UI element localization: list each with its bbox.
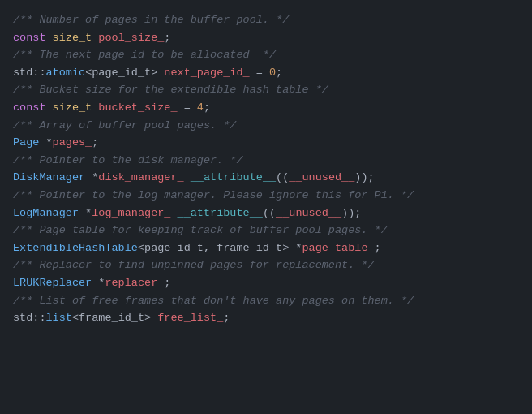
code-line: /** Bucket size for the extendible hash … xyxy=(13,81,519,99)
code-editor: /** Number of pages in the buffer pool. … xyxy=(0,0,532,414)
code-line: std::list<frame_id_t> free_list_; xyxy=(13,309,519,327)
code-line: /** Pointer to the disk manager. */ xyxy=(13,152,519,170)
code-line: Page *pages_; xyxy=(13,134,519,152)
code-line: const size_t pool_size_; xyxy=(13,29,519,47)
code-line: /** The next page id to be allocated */ xyxy=(13,46,519,64)
code-line: /** Array of buffer pool pages. */ xyxy=(13,117,519,135)
code-line: /** List of free frames that don't have … xyxy=(13,292,519,310)
code-line: const size_t bucket_size_ = 4; xyxy=(13,99,519,117)
code-line: LRUKReplacer *replacer_; xyxy=(13,274,519,292)
code-line: /** Replacer to find unpinned pages for … xyxy=(13,257,519,274)
code-line: /** Page table for keeping track of buff… xyxy=(13,222,519,239)
code-line: /** Pointer to the log manager. Please i… xyxy=(13,187,519,205)
code-line: DiskManager *disk_manager_ __attribute__… xyxy=(13,169,519,187)
code-line: LogManager *log_manager_ __attribute__((… xyxy=(13,205,519,222)
code-line: ExtendibleHashTable<page_id_t, frame_id_… xyxy=(13,239,519,257)
code-line: /** Number of pages in the buffer pool. … xyxy=(13,11,519,29)
code-line: std::atomic<page_id_t> next_page_id_ = 0… xyxy=(13,64,519,82)
